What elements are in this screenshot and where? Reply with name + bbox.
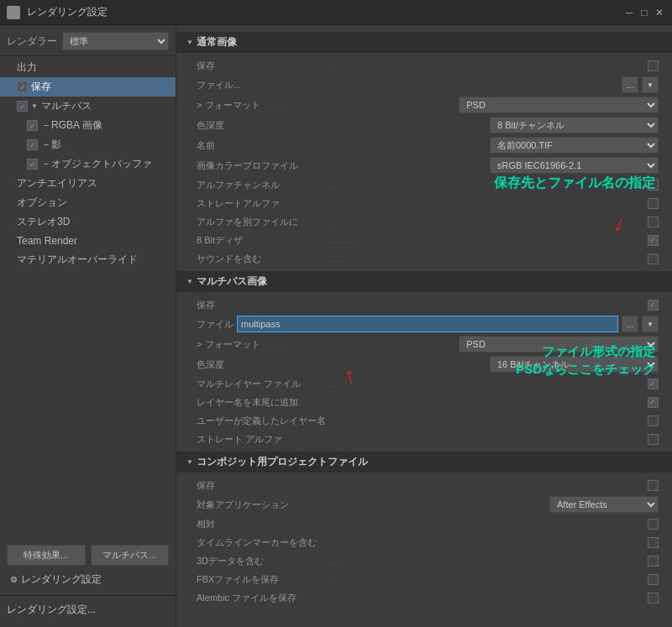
multipass-userlayer-checkbox[interactable]	[648, 415, 659, 426]
normal-dither-checkbox[interactable]	[648, 235, 659, 246]
window-title: レンダリング設定	[27, 5, 108, 19]
maximize-button[interactable]: □	[638, 7, 650, 18]
composite-save-row: 保存	[193, 476, 662, 494]
normal-separate-alpha-label: アルファを別ファイルに	[197, 216, 323, 228]
section-title-composite: コンポジット用プロジェクトファイル	[197, 455, 368, 469]
objbuf-checkbox[interactable]	[27, 159, 38, 170]
shadow-checkbox[interactable]	[27, 139, 38, 150]
multipass-section: 保存 ファイル ... ▼ > フォーマット ..........	[186, 295, 662, 448]
multipass-format-row: > フォーマット .......... PSD	[193, 334, 662, 354]
composite-triangle-icon: ▼	[186, 458, 193, 466]
sidebar-item-rgba[interactable]: －RGBA 画像	[0, 116, 176, 135]
sidebar-item-materialoverride[interactable]: マテリアルオーバーライド	[0, 250, 176, 269]
section-title-normal: 通常画像	[197, 35, 237, 50]
composite-relative-checkbox[interactable]	[648, 519, 659, 530]
multipass-multilayer-checkbox[interactable]	[648, 379, 659, 389]
normal-sound-checkbox[interactable]	[648, 253, 659, 264]
multipass-triangle-icon: ▼	[186, 278, 193, 285]
normal-file-browse-btn[interactable]: ...	[622, 76, 638, 93]
sidebar: レンダラー 標準 出力 保存 ▼ マルチパス －RGBA 画像 －影	[0, 25, 176, 627]
composite-targetapp-label: 対象アプリケーション	[197, 499, 289, 511]
section-header-multipass[interactable]: ▼ マルチパス画像	[176, 271, 672, 292]
sidebar-item-shadow[interactable]: －影	[0, 135, 176, 154]
multipass-file-label: ファイル	[197, 318, 234, 331]
multipass-format-select[interactable]: PSD	[459, 336, 659, 353]
normal-colorprofile-row: 画像カラープロファイル sRGB IEC61966-2.1	[193, 155, 662, 175]
sidebar-item-antialias[interactable]: アンチエイリアス	[0, 174, 176, 193]
normal-colorprofile-select[interactable]: sRGB IEC61966-2.1	[490, 157, 659, 174]
sidebar-item-option[interactable]: オプション	[0, 193, 176, 212]
normal-save-checkbox[interactable]	[648, 60, 659, 71]
normal-save-row: 保存 ...	[193, 56, 662, 75]
multipass-layername-checkbox[interactable]	[648, 397, 659, 408]
save-checkbox[interactable]	[17, 81, 28, 92]
normal-alpha-row: アルファチャンネル .....	[193, 175, 662, 194]
normal-colordepth-row: 色深度 8 Bit/チャンネル	[193, 115, 662, 135]
multipass-file-input[interactable]	[237, 316, 618, 332]
normal-format-label: フォーマット	[205, 99, 260, 112]
composite-timeline-checkbox[interactable]	[648, 537, 659, 548]
minimize-button[interactable]: ─	[623, 7, 635, 18]
normal-straight-alpha-checkbox[interactable]	[648, 198, 659, 209]
normal-alpha-checkbox[interactable]	[648, 180, 659, 191]
multipass-straight-alpha-row: ストレート アルファ	[193, 430, 662, 448]
multipass-straight-alpha-label: ストレート アルファ	[197, 433, 323, 446]
composite-save-checkbox[interactable]	[648, 480, 659, 491]
multipass-file-dropdown-btn[interactable]: ▼	[642, 316, 659, 332]
sidebar-item-save[interactable]: 保存	[0, 77, 176, 97]
multipass-userlayer-label: ユーザーが定義したレイヤー名	[197, 415, 326, 427]
section-header-normal[interactable]: ▼ 通常画像	[176, 32, 672, 53]
normal-straight-alpha-label: ストレートアルファ	[197, 197, 323, 210]
render-settings-link[interactable]: ⚙ レンダリング設定	[7, 571, 169, 588]
multipass-button[interactable]: マルチパス...	[91, 545, 170, 566]
normal-name-select[interactable]: 名前0000.TIF	[490, 137, 659, 154]
sidebar-item-label: 保存	[31, 80, 51, 94]
renderer-row: レンダラー 標準	[0, 29, 176, 54]
renderer-select[interactable]: 標準	[62, 32, 169, 50]
normal-image-section: 保存 ... ファイル... ... ▼ > フォーマット ..........	[186, 56, 662, 268]
sidebar-item-multipass[interactable]: ▼ マルチパス	[0, 97, 176, 116]
multipass-file-browse-btn[interactable]: ...	[622, 316, 638, 332]
format-arrow: >	[197, 100, 202, 110]
title-bar-left: レンダリング設定	[7, 5, 108, 19]
multipass-layername-label: レイヤー名を末尾に追加	[197, 396, 323, 409]
composite-3d-label: 3Dデータを含む	[197, 555, 323, 567]
composite-fbx-checkbox[interactable]	[648, 574, 659, 585]
close-button[interactable]: ✕	[654, 7, 665, 18]
normal-name-row: 名前 名前0000.TIF	[193, 135, 662, 155]
normal-file-dropdown-btn[interactable]: ▼	[642, 76, 659, 93]
section-triangle-icon: ▼	[186, 39, 193, 46]
sidebar-item-stereo3d[interactable]: ステレオ3D	[0, 212, 176, 232]
rgba-checkbox[interactable]	[27, 120, 38, 131]
right-panel-inner: ▼ 通常画像 保存 ... ファイル... ... ▼	[186, 32, 662, 607]
normal-colordepth-select[interactable]: 8 Bit/チャンネル	[490, 117, 659, 133]
special-effects-button[interactable]: 特殊効果...	[7, 545, 86, 566]
normal-format-select[interactable]: PSD	[459, 97, 659, 113]
sidebar-item-teamrender[interactable]: Team Render	[0, 232, 176, 250]
main-container: レンダラー 標準 出力 保存 ▼ マルチパス －RGBA 画像 －影	[0, 25, 672, 627]
composite-targetapp-select[interactable]: After Effects	[549, 496, 659, 513]
sidebar-item-label: －オブジェクトバッファ	[41, 157, 152, 171]
multipass-save-row: 保存	[193, 295, 662, 314]
composite-alembic-checkbox[interactable]	[648, 593, 659, 603]
normal-dither-row: 8 Bitディザ ...........	[193, 231, 662, 249]
section-header-composite[interactable]: ▼ コンポジット用プロジェクトファイル	[176, 452, 672, 473]
normal-separate-alpha-checkbox[interactable]	[648, 217, 659, 227]
sidebar-item-output[interactable]: 出力	[0, 58, 176, 77]
multipass-save-checkbox[interactable]	[648, 300, 659, 311]
composite-alembic-row: Alembic ファイルを保存	[193, 588, 662, 607]
app-icon	[7, 6, 20, 19]
multipass-userlayer-row: ユーザーが定義したレイヤー名	[193, 411, 662, 430]
composite-3d-row: 3Dデータを含む .......	[193, 551, 662, 570]
sidebar-item-label: マルチパス	[41, 99, 92, 113]
normal-format-row: > フォーマット .......... PSD	[193, 95, 662, 115]
normal-colorprofile-label: 画像カラープロファイル	[197, 159, 323, 172]
multipass-colordepth-select[interactable]: 16 Bit/チャンネル	[490, 356, 659, 373]
multipass-straight-alpha-checkbox[interactable]	[648, 434, 659, 445]
sidebar-item-objbuf[interactable]: －オブジェクトバッファ	[0, 154, 176, 174]
multipass-checkbox[interactable]	[17, 101, 28, 112]
composite-fbx-label: FBXファイルを保存	[197, 573, 323, 586]
render-settings-bottom[interactable]: レンダリング設定...	[0, 595, 176, 624]
renderer-label: レンダラー	[7, 34, 57, 49]
composite-3d-checkbox[interactable]	[648, 556, 659, 567]
